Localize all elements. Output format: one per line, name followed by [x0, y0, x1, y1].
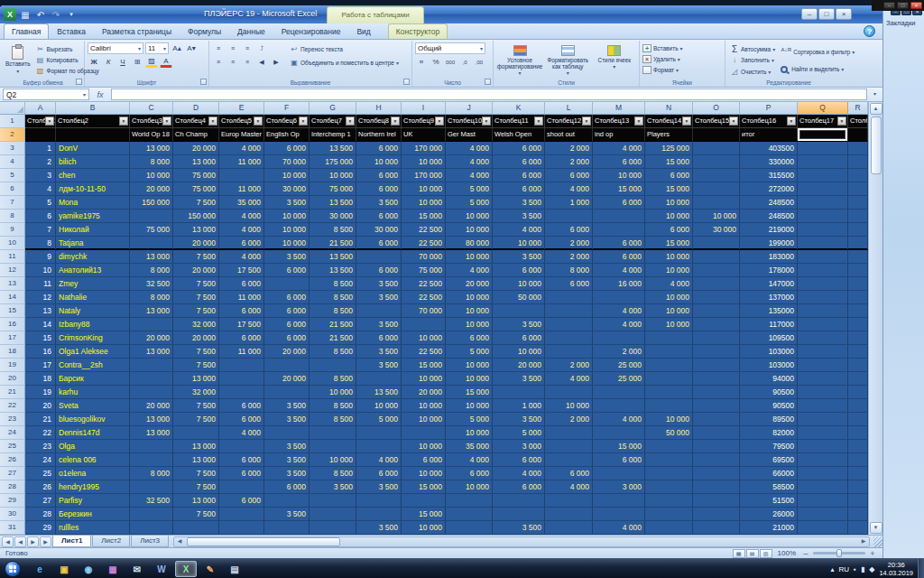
- grid-cell[interactable]: [493, 304, 545, 318]
- grid-cell[interactable]: [798, 223, 848, 237]
- grid-cell[interactable]: World Op 18: [130, 128, 173, 142]
- grid-cell[interactable]: 10 000: [310, 169, 356, 182]
- rank-cell[interactable]: 22: [25, 426, 56, 440]
- grid-cell[interactable]: [130, 521, 173, 535]
- grid-cell[interactable]: 4 000: [493, 467, 545, 480]
- player-name-cell[interactable]: Parfisy: [56, 494, 130, 508]
- grid-cell[interactable]: [130, 480, 173, 494]
- grid-cell[interactable]: [798, 508, 848, 521]
- grid-cell[interactable]: 8 500: [310, 277, 356, 291]
- grid-cell[interactable]: ind op: [593, 128, 645, 142]
- grid-cell[interactable]: [219, 359, 264, 372]
- percent-style-button[interactable]: %: [430, 56, 442, 68]
- paste-button[interactable]: Вставить ▾: [5, 42, 32, 77]
- grid-cell[interactable]: [848, 440, 868, 453]
- grid-cell[interactable]: 13 000: [173, 223, 219, 237]
- grid-cell[interactable]: [446, 494, 493, 508]
- column-header-L[interactable]: L: [545, 102, 593, 114]
- grid-cell[interactable]: 6 000: [545, 169, 593, 182]
- grid-cell[interactable]: 50 000: [645, 426, 693, 440]
- grid-cell[interactable]: 13 000: [173, 155, 219, 169]
- grid-cell[interactable]: 6 000: [545, 277, 593, 291]
- rank-cell[interactable]: 8: [25, 237, 56, 250]
- grid-cell[interactable]: 22 500: [402, 345, 446, 359]
- grid-cell[interactable]: 8 500: [310, 372, 356, 386]
- grid-cell[interactable]: 6 000: [645, 223, 693, 237]
- player-name-cell[interactable]: Olga: [56, 440, 130, 453]
- total-cell[interactable]: 90500: [740, 386, 798, 399]
- grid-cell[interactable]: 1 000: [545, 196, 593, 210]
- ribbon-tab-Разметка страницы[interactable]: Разметка страницы: [94, 23, 180, 39]
- decrease-decimal-button[interactable]: ,00: [473, 56, 485, 68]
- grid-cell[interactable]: 3 500: [264, 413, 310, 426]
- scroll-left-icon[interactable]: ◀: [174, 536, 185, 547]
- grid-cell[interactable]: 6 000: [219, 331, 264, 345]
- grid-cell[interactable]: [356, 304, 402, 318]
- grid-cell[interactable]: 4 000: [446, 155, 493, 169]
- grid-cell[interactable]: [848, 331, 868, 345]
- dialog-launcher-icon[interactable]: [485, 79, 491, 85]
- row-header-30[interactable]: 30: [0, 508, 25, 521]
- grid-cell[interactable]: 6 000: [593, 453, 645, 467]
- grid-cell[interactable]: 32 500: [130, 494, 173, 508]
- format-cells-button[interactable]: Формат▾: [642, 64, 722, 75]
- grid-cell[interactable]: 6 000: [264, 318, 310, 331]
- grid-cell[interactable]: 6 000: [219, 453, 264, 467]
- grid-cell[interactable]: 10 000: [446, 359, 493, 372]
- filter-button[interactable]: ▾: [299, 117, 308, 126]
- grid-cell[interactable]: [848, 304, 868, 318]
- grid-cell[interactable]: 20 000: [173, 331, 219, 345]
- grid-cell[interactable]: [130, 440, 173, 453]
- grid-cell[interactable]: 11 000: [219, 291, 264, 304]
- grid-cell[interactable]: 6 000: [219, 277, 264, 291]
- prev-sheet-button[interactable]: ◀: [14, 536, 26, 547]
- grid-cell[interactable]: [130, 318, 173, 331]
- grid-cell[interactable]: 3 500: [493, 250, 545, 264]
- total-cell[interactable]: 103000: [740, 345, 798, 359]
- grid-cell[interactable]: 10 000: [402, 413, 446, 426]
- grid-cell[interactable]: 4 000: [446, 169, 493, 182]
- grid-cell[interactable]: 3 500: [264, 453, 310, 467]
- grid-cell[interactable]: [130, 386, 173, 399]
- grid-cell[interactable]: 10 000: [310, 386, 356, 399]
- grid-cell[interactable]: [693, 196, 740, 210]
- grid-cell[interactable]: [645, 467, 693, 480]
- total-cell[interactable]: 58500: [740, 480, 798, 494]
- grid-cell[interactable]: 30 000: [356, 223, 402, 237]
- grid-cell[interactable]: 10 000: [493, 277, 545, 291]
- grid-cell[interactable]: 10 000: [446, 304, 493, 318]
- grid-cell[interactable]: 8 500: [310, 345, 356, 359]
- grid-cell[interactable]: 3 500: [264, 250, 310, 264]
- grid-cell[interactable]: [798, 480, 848, 494]
- rank-cell[interactable]: 10: [25, 264, 56, 277]
- grid-cell[interactable]: [545, 508, 593, 521]
- grid-cell[interactable]: 4 000: [593, 264, 645, 277]
- expand-formula-bar-icon[interactable]: ▾: [870, 89, 880, 100]
- grid-cell[interactable]: English Op: [264, 128, 310, 142]
- player-name-cell[interactable]: Dennis147d: [56, 426, 130, 440]
- grid-cell[interactable]: Столбец1▾: [25, 115, 56, 128]
- grow-font-button[interactable]: А▴: [171, 42, 183, 54]
- grid-cell[interactable]: [798, 494, 848, 508]
- dialog-launcher-icon[interactable]: [76, 79, 82, 85]
- row-header-19[interactable]: 19: [0, 359, 25, 372]
- column-header-M[interactable]: M: [593, 102, 645, 114]
- grid-cell[interactable]: 6 000: [493, 331, 545, 345]
- row-header-21[interactable]: 21: [0, 386, 25, 399]
- grid-cell[interactable]: 3 500: [356, 277, 402, 291]
- row-header-10[interactable]: 10: [0, 237, 25, 250]
- grid-cell[interactable]: [798, 155, 848, 169]
- total-cell[interactable]: 90500: [740, 399, 798, 413]
- total-cell[interactable]: 82000: [740, 426, 798, 440]
- grid-cell[interactable]: 4 000: [593, 304, 645, 318]
- ribbon-tab-Данные[interactable]: Данные: [229, 23, 273, 39]
- grid-cell[interactable]: [848, 155, 868, 169]
- fill-button[interactable]: ↓Заполнить▾: [728, 55, 777, 66]
- grid-cell[interactable]: 3 000: [493, 440, 545, 453]
- grid-cell[interactable]: 3 500: [356, 521, 402, 535]
- grid-cell[interactable]: [219, 372, 264, 386]
- grid-cell[interactable]: 6 000: [356, 210, 402, 223]
- row-header-18[interactable]: 18: [0, 345, 25, 359]
- grid-cell[interactable]: 7 500: [173, 467, 219, 480]
- grid-cell[interactable]: 13 000: [173, 372, 219, 386]
